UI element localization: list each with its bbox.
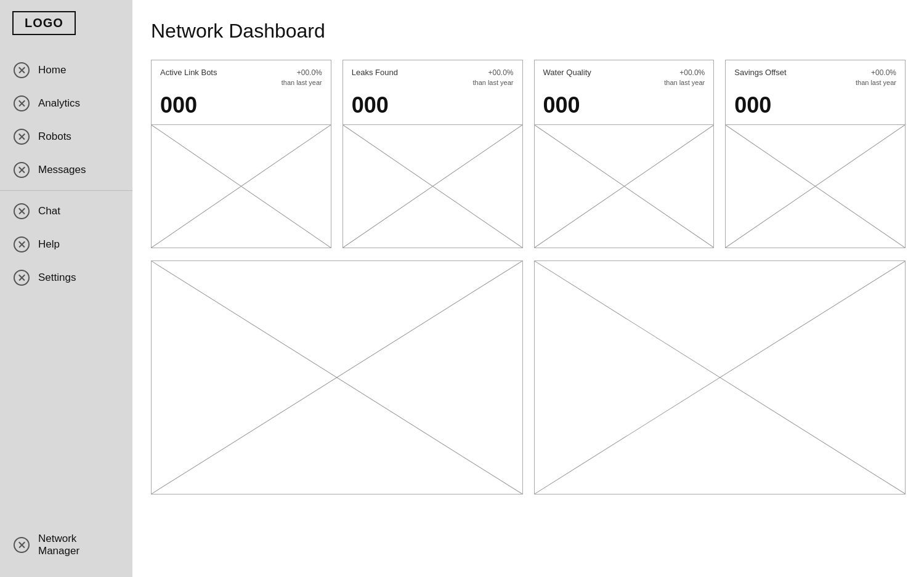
stat-card-chart-4 bbox=[726, 124, 905, 248]
nav-items: Home Analytics Robots Messages Chat Help… bbox=[0, 54, 132, 518]
sidebar-item-label: Messages bbox=[38, 164, 86, 176]
stat-card-change-label: than last year bbox=[664, 79, 705, 86]
stat-card-header: Water Quality +00.0% than last year bbox=[535, 60, 714, 91]
stat-card-meta: +00.0% than last year bbox=[282, 68, 322, 87]
page-title: Network Dashboard bbox=[151, 20, 906, 42]
stat-card-chart-3 bbox=[535, 124, 714, 248]
stat-card-chart-1 bbox=[152, 124, 331, 248]
stat-card-chart-2 bbox=[343, 124, 522, 248]
sidebar-item-label: Settings bbox=[38, 272, 76, 284]
stat-card-meta: +00.0% than last year bbox=[472, 68, 513, 87]
main-content: Network Dashboard Active Link Bots +00.0… bbox=[132, 0, 924, 577]
stat-card-value: 000 bbox=[535, 91, 714, 124]
stat-card-active-link-bots: Active Link Bots +00.0% than last year 0… bbox=[151, 60, 331, 248]
sidebar-item-label: Help bbox=[38, 238, 60, 251]
sidebar-item-home[interactable]: Home bbox=[0, 54, 132, 87]
sidebar-bottom: Network Manager bbox=[0, 518, 132, 566]
stat-card-change: +00.0% bbox=[297, 68, 322, 77]
analytics-icon bbox=[14, 95, 30, 111]
stat-card-value: 000 bbox=[726, 91, 905, 124]
sidebar-item-help[interactable]: Help bbox=[0, 228, 132, 261]
sidebar-item-label: Network Manager bbox=[38, 533, 119, 557]
sidebar-item-label: Home bbox=[38, 64, 66, 76]
sidebar-item-network-manager[interactable]: Network Manager bbox=[0, 524, 132, 566]
stat-card-header: Savings Offset +00.0% than last year bbox=[726, 60, 905, 91]
sidebar-item-label: Analytics bbox=[38, 97, 80, 110]
big-card-right bbox=[534, 260, 906, 494]
sidebar: LOGO Home Analytics Robots Messages Chat… bbox=[0, 0, 132, 577]
home-icon bbox=[14, 62, 30, 78]
stat-card-header: Active Link Bots +00.0% than last year bbox=[152, 60, 331, 91]
stat-card-title: Leaks Found bbox=[352, 68, 398, 77]
big-card-left bbox=[151, 260, 523, 494]
stat-card-meta: +00.0% than last year bbox=[856, 68, 896, 87]
stat-card-title: Active Link Bots bbox=[160, 68, 217, 77]
network-manager-icon bbox=[14, 537, 30, 553]
stat-card-savings-offset: Savings Offset +00.0% than last year 000 bbox=[725, 60, 906, 248]
sidebar-item-analytics[interactable]: Analytics bbox=[0, 87, 132, 120]
stat-card-value: 000 bbox=[343, 91, 522, 124]
stat-card-leaks-found: Leaks Found +00.0% than last year 000 bbox=[342, 60, 523, 248]
help-icon bbox=[14, 236, 30, 252]
messages-icon bbox=[14, 162, 30, 178]
sidebar-item-messages[interactable]: Messages bbox=[0, 153, 132, 187]
sidebar-item-chat[interactable]: Chat bbox=[0, 195, 132, 228]
chat-icon bbox=[14, 203, 30, 219]
stat-card-value: 000 bbox=[152, 91, 331, 124]
settings-icon bbox=[14, 270, 30, 286]
robots-icon bbox=[14, 129, 30, 145]
stat-card-meta: +00.0% than last year bbox=[664, 68, 705, 87]
sidebar-item-robots[interactable]: Robots bbox=[0, 120, 132, 153]
sidebar-item-settings[interactable]: Settings bbox=[0, 261, 132, 294]
stat-card-change: +00.0% bbox=[488, 68, 513, 77]
stat-card-change-label: than last year bbox=[282, 79, 322, 86]
stat-card-change: +00.0% bbox=[871, 68, 896, 77]
big-cards-row bbox=[151, 260, 906, 494]
nav-divider bbox=[0, 190, 132, 191]
stat-card-change-label: than last year bbox=[472, 79, 513, 86]
stat-card-title: Savings Offset bbox=[734, 68, 786, 77]
stat-card-change-label: than last year bbox=[856, 79, 896, 86]
stat-card-title: Water Quality bbox=[543, 68, 591, 77]
sidebar-item-label: Robots bbox=[38, 131, 71, 143]
stat-cards-row: Active Link Bots +00.0% than last year 0… bbox=[151, 60, 906, 248]
stat-card-change: +00.0% bbox=[679, 68, 705, 77]
logo-area: LOGO bbox=[0, 11, 132, 54]
sidebar-item-label: Chat bbox=[38, 205, 60, 217]
stat-card-header: Leaks Found +00.0% than last year bbox=[343, 60, 522, 91]
logo: LOGO bbox=[12, 11, 76, 35]
stat-card-water-quality: Water Quality +00.0% than last year 000 bbox=[534, 60, 715, 248]
